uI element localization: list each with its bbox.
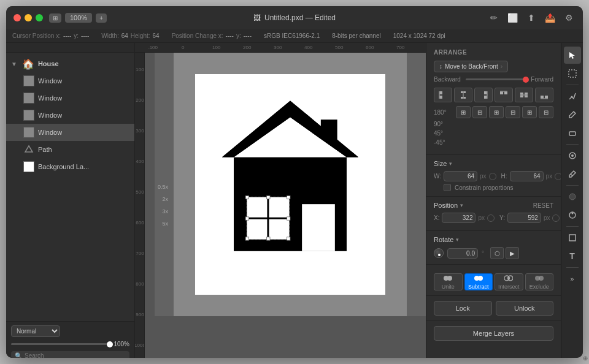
- text-tool-button[interactable]: T: [564, 248, 581, 265]
- unlock-button[interactable]: Unlock: [496, 301, 554, 316]
- flip-vertical-button[interactable]: ▶: [506, 247, 519, 259]
- pencil-tool-button[interactable]: [564, 106, 581, 123]
- more-tools-button[interactable]: »: [564, 270, 581, 287]
- effects-button[interactable]: [564, 207, 581, 224]
- height-input[interactable]: [510, 171, 544, 181]
- x-input[interactable]: [442, 213, 475, 223]
- position-section: Position ▾ RESET X: px Y: px: [426, 197, 561, 231]
- align-center-h-button[interactable]: [515, 88, 533, 102]
- opacity-slider[interactable]: [11, 343, 110, 345]
- title-bar-controls: ⊞ 100% +: [49, 13, 107, 23]
- rot-180-btn3[interactable]: ⊞: [489, 106, 504, 118]
- width-value: 64: [121, 32, 128, 39]
- opacity-thumb: [107, 341, 113, 347]
- constrain-checkbox[interactable]: [444, 184, 451, 191]
- align-bottom-button[interactable]: [535, 88, 553, 102]
- zoom-5x-button[interactable]: 5x: [156, 220, 170, 227]
- opacity-row: 100%: [11, 341, 129, 347]
- exclude-label: Exclude: [529, 284, 549, 290]
- zoom-3x-button[interactable]: 3x: [156, 208, 170, 215]
- frame-button[interactable]: ⬜: [505, 12, 520, 24]
- canvas-page[interactable]: [195, 74, 385, 295]
- move-to-front-button[interactable]: ↕ Move to Back/Front ›: [434, 61, 508, 72]
- width-input[interactable]: [444, 171, 477, 181]
- svg-text:0: 0: [182, 45, 185, 50]
- svg-rect-36: [245, 217, 248, 220]
- w-step-icon[interactable]: [489, 173, 496, 180]
- align-center-v-button[interactable]: [454, 88, 472, 102]
- x-field: X: px: [434, 213, 495, 223]
- y-input[interactable]: [507, 213, 541, 223]
- reset-button[interactable]: RESET: [533, 202, 553, 209]
- select-tool-button[interactable]: [564, 47, 581, 64]
- align-left-top-button[interactable]: [434, 88, 452, 102]
- y-step-icon[interactable]: [552, 214, 560, 222]
- zoom-select[interactable]: 100%: [65, 13, 92, 23]
- eraser-tool-button[interactable]: [564, 124, 581, 142]
- backward-forward-slider[interactable]: [466, 78, 526, 80]
- close-button[interactable]: [13, 14, 21, 21]
- height-field: H: px: [501, 171, 561, 181]
- flip-horizontal-button[interactable]: ⬡: [490, 247, 504, 259]
- svg-text:-100: -100: [148, 45, 158, 50]
- unite-button[interactable]: Unite: [434, 273, 463, 290]
- h-step-icon[interactable]: [555, 173, 561, 180]
- share-button[interactable]: ⬆: [525, 12, 537, 24]
- rotate-dial[interactable]: [434, 248, 444, 258]
- layer-item-window4[interactable]: Window: [6, 124, 134, 141]
- rot-180-btn6[interactable]: ⊟: [539, 106, 553, 118]
- x-step-icon[interactable]: [487, 214, 495, 222]
- document-title: Untitled.pxd — Edited: [264, 13, 336, 22]
- settings-button[interactable]: ⚙: [563, 12, 576, 24]
- add-layer-button[interactable]: +: [96, 13, 107, 23]
- zoom-2x-button[interactable]: 2x: [156, 195, 170, 203]
- lock-button[interactable]: Lock: [434, 301, 492, 316]
- exclude-button[interactable]: Exclude: [525, 273, 554, 290]
- layer-item-window2[interactable]: Window: [6, 89, 134, 107]
- rot-180-btn1[interactable]: ⊞: [456, 106, 471, 118]
- layer-item-window1[interactable]: Window: [6, 72, 134, 89]
- pen-tool-button[interactable]: [564, 88, 581, 105]
- cursor-y-value: ----: [81, 32, 89, 39]
- rect-shape-button[interactable]: [564, 229, 581, 246]
- layer-item-window3[interactable]: Window: [6, 107, 134, 124]
- alignment-grid: [434, 88, 553, 102]
- house-icon: 🏠: [22, 58, 34, 70]
- svg-point-72: [569, 194, 576, 200]
- export-button[interactable]: 📤: [542, 12, 558, 24]
- eyedropper-button[interactable]: [564, 165, 581, 183]
- view-mode-button[interactable]: ⊞: [49, 13, 61, 23]
- merge-layers-button[interactable]: Merge Layers: [434, 326, 553, 341]
- rot-180-btn5[interactable]: ⊞: [522, 106, 537, 118]
- zoom-0.5x-button[interactable]: 0.5x: [156, 183, 170, 191]
- pos-change-label: Position Change x:: [172, 32, 223, 39]
- rotate-label: Rotate: [434, 236, 453, 243]
- layer-group-house[interactable]: ▼ 🏠 House: [6, 55, 134, 72]
- canvas-scroll[interactable]: [155, 53, 426, 316]
- minimize-button[interactable]: [25, 14, 32, 21]
- h-unit: px: [546, 173, 553, 180]
- selection-tool-button[interactable]: [564, 65, 581, 82]
- layer-item-background[interactable]: Background La...: [6, 158, 134, 175]
- move-caret: ›: [501, 63, 502, 70]
- intersect-button[interactable]: Intersect: [495, 273, 523, 290]
- subtract-button[interactable]: Subtract: [464, 273, 493, 290]
- maximize-button[interactable]: [36, 14, 43, 21]
- layer-label-window3: Window: [38, 112, 62, 119]
- search-input[interactable]: [25, 352, 126, 358]
- tool-separator-4: [566, 226, 579, 227]
- rotate-input[interactable]: [447, 248, 478, 259]
- paint-bucket-button[interactable]: [564, 147, 581, 164]
- rot-180-btn4[interactable]: ⊟: [506, 106, 520, 118]
- align-right-top-button[interactable]: [474, 88, 493, 102]
- layer-item-path[interactable]: Path: [6, 141, 134, 158]
- move-icon: ↕: [439, 63, 442, 70]
- pen-tool-button[interactable]: ✏: [488, 12, 500, 24]
- svg-text:200: 200: [136, 97, 144, 103]
- circle-color-button[interactable]: [564, 188, 581, 205]
- svg-rect-75: [569, 235, 576, 241]
- svg-text:300: 300: [274, 45, 282, 50]
- rot-180-btn2[interactable]: ⊟: [472, 106, 487, 118]
- align-top-left-button[interactable]: [495, 88, 513, 102]
- blend-mode-select[interactable]: Normal: [11, 325, 60, 337]
